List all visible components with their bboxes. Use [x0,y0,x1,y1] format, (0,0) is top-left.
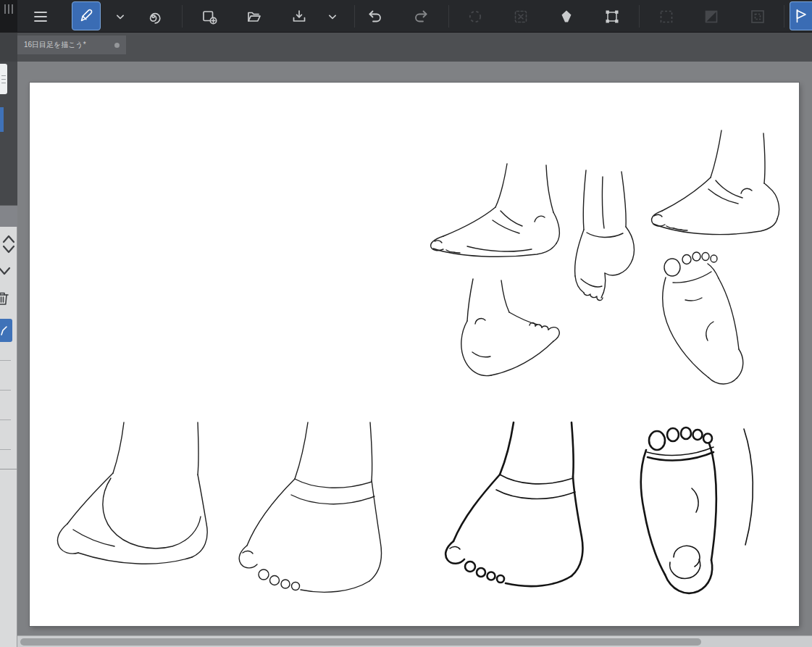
sketch-foot-side-flat [652,130,779,235]
dashed-square-x-icon [512,8,530,25]
flag-icon [792,7,810,25]
sketch-foot-sole-inked [641,427,753,593]
nested-square-icon [749,8,766,25]
panel-edge-divider [0,469,17,469]
drag-handle-icon [4,4,13,14]
canvas-tab[interactable]: 16日目足を描こう* [17,36,126,54]
trash-icon [0,291,9,306]
toolbar-separator [448,5,449,28]
transform-button[interactable] [595,0,629,33]
scrollbar-thumb[interactable] [20,638,701,646]
spiral-icon [146,8,163,25]
deselect-button[interactable] [504,0,537,33]
undo-button[interactable] [359,0,392,33]
chevron-down-icon [0,265,12,277]
sketch-foot-blocked-form [57,422,207,564]
main-menu-button[interactable] [24,0,57,33]
pen-icon [78,7,95,25]
sketch-foot-back-three-quarter [461,279,559,376]
redo-arrow-icon [412,8,430,25]
tab-modified-icon [114,43,120,48]
panel-flag-button[interactable] [790,1,812,30]
collapse-panel-button[interactable] [0,265,12,280]
half-filled-square-icon [703,8,720,25]
eraser-wedge-icon [558,8,575,25]
eraser-button[interactable] [550,0,583,33]
folder-open-icon [246,8,263,25]
rail-segment [0,205,17,227]
clip-studio-button[interactable] [138,0,171,33]
tab-label: 16日目足を描こう* [24,40,86,50]
top-toolbar [0,0,812,33]
toolbar-separator [784,5,784,28]
collapsed-palette[interactable] [0,64,7,94]
workspace [17,62,812,635]
list-row-divider [0,390,11,391]
new-canvas-button[interactable] [193,0,226,33]
chevron-down-icon [113,9,127,24]
selection-option-1-button[interactable] [650,0,683,33]
drawing-canvas[interactable] [30,83,799,626]
pen-icon [0,323,9,338]
toolbar-separator [182,5,183,28]
hamburger-icon [32,8,49,25]
transform-handles-icon [603,8,621,25]
sketch-foot-front-three-quarter-inked [445,422,582,586]
horizontal-scrollbar[interactable] [17,635,812,647]
list-row-divider [0,360,11,361]
delete-button[interactable] [0,291,9,309]
sketch-foot-sole-three-quarter [663,252,743,384]
left-panel-rail [0,33,17,647]
save-tray-icon [290,8,308,25]
save-button[interactable] [282,0,316,33]
chevron-down-icon [325,9,340,24]
save-dropdown[interactable] [318,0,347,33]
redo-button[interactable] [404,0,438,33]
toolbar-separator [639,5,640,28]
dashed-square-icon [658,8,675,25]
selection-option-3-button[interactable] [741,0,774,33]
reset-view-button[interactable] [459,0,492,33]
pen-tool-button[interactable] [72,1,101,30]
open-file-button[interactable] [238,0,271,33]
selection-option-2-button[interactable] [695,0,728,33]
sketch-foot-front-three-quarter [239,422,381,592]
list-row-divider [0,419,11,420]
undo-arrow-icon [367,8,384,25]
app-window: 16日目足を描こう* [0,0,812,647]
rail-segment [0,33,17,62]
selected-subtool-button[interactable] [0,319,12,342]
toolbar-separator [354,5,355,28]
expand-panel-button[interactable] [1,233,16,258]
sketch-foot-tiptoe-side [431,164,560,256]
dashed-circle-icon [466,8,484,25]
list-row-divider [0,449,11,450]
canvas-plus-icon [201,8,218,25]
pen-tool-dropdown[interactable] [106,0,135,33]
active-tool-indicator [0,107,4,132]
window-corner[interactable] [0,0,17,33]
rail-segment [0,227,17,647]
tab-bar: 16日目足を描こう* [17,33,812,62]
feet-sketches [30,83,799,626]
double-chevron-icon [1,233,16,255]
sketch-foot-heel-back [575,170,635,301]
